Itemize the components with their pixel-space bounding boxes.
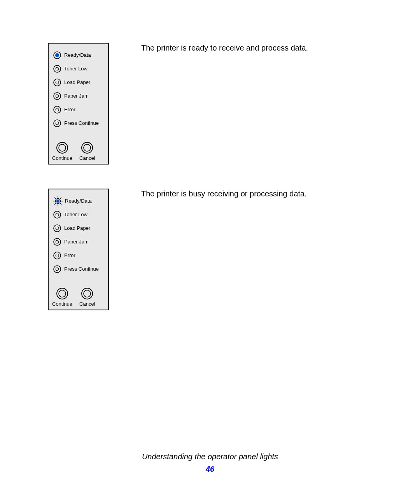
light-label-press-continue: Press Continue [64,266,99,272]
led-off-icon [53,252,61,259]
svg-point-11 [56,122,59,125]
light-row-press-continue: Press Continue [49,262,108,276]
led-off-icon [53,65,61,73]
svg-point-29 [56,227,59,230]
light-label-load-paper: Load Paper [64,79,90,85]
light-row-error: Error [49,248,108,262]
light-label-toner-low: Toner Low [64,212,88,217]
light-label-error: Error [64,107,75,112]
svg-point-9 [56,108,59,111]
panel-button-row: Continue Cancel [49,287,108,307]
led-off-icon [53,119,61,127]
led-off-icon [53,224,61,232]
svg-point-33 [56,254,59,257]
svg-point-34 [54,266,61,273]
svg-point-4 [54,79,61,86]
light-row-ready-data: Ready/Data [49,48,108,62]
light-label-paper-jam: Paper Jam [64,93,89,99]
page-content: Ready/Data Toner Low Load Paper Paper Ja… [0,0,420,504]
led-on-icon [53,51,61,59]
button-continue-group: Continue [52,287,72,307]
button-continue-label: Continue [52,301,72,307]
panel-button-row: Continue Cancel [49,142,108,161]
cancel-button-icon [81,287,93,300]
led-blinking-icon [51,196,65,206]
led-off-icon [53,211,61,219]
led-off-icon [53,79,61,86]
svg-point-6 [54,93,61,100]
svg-point-25 [56,200,60,203]
light-label-ready-data: Ready/Data [65,198,92,204]
svg-point-28 [54,225,61,232]
light-label-paper-jam: Paper Jam [64,239,89,245]
svg-point-2 [54,65,61,72]
button-cancel-group: Cancel [79,142,95,161]
svg-point-27 [56,213,59,216]
svg-point-3 [56,67,59,70]
svg-point-35 [56,268,59,271]
button-continue-label: Continue [52,155,72,161]
description-busy: The printer is busy receiving or process… [141,189,307,198]
svg-line-20 [54,198,56,199]
svg-point-30 [54,238,61,245]
light-label-toner-low: Toner Low [64,66,88,72]
cancel-button-icon [81,142,93,154]
page-number: 46 [0,465,420,474]
svg-point-26 [54,211,61,218]
operator-panel-busy: Ready/Data Toner Low Load Paper Paper Ja… [48,189,109,310]
light-row-toner-low: Toner Low [49,208,108,221]
svg-point-8 [54,106,61,113]
light-label-ready-data: Ready/Data [64,52,91,58]
led-off-icon [53,238,61,246]
continue-button-icon [56,287,68,300]
svg-point-32 [54,252,61,259]
light-row-load-paper: Load Paper [49,75,108,89]
continue-button-icon [56,142,68,154]
light-row-ready-data: Ready/Data [49,194,108,208]
svg-line-23 [60,203,61,205]
light-row-load-paper: Load Paper [49,221,108,235]
button-cancel-group: Cancel [79,287,95,307]
light-row-toner-low: Toner Low [49,62,108,75]
description-ready: The printer is ready to receive and proc… [141,44,308,52]
svg-line-22 [54,203,56,205]
svg-point-5 [56,81,59,84]
light-row-error: Error [49,103,108,116]
button-cancel-label: Cancel [79,301,95,307]
svg-point-1 [55,53,59,57]
light-label-error: Error [64,252,75,258]
svg-point-10 [54,120,61,127]
svg-point-31 [56,240,59,243]
svg-point-7 [56,94,59,98]
light-label-load-paper: Load Paper [64,225,90,231]
operator-panel-ready: Ready/Data Toner Low Load Paper Paper Ja… [48,43,109,164]
button-continue-group: Continue [52,142,72,161]
light-row-paper-jam: Paper Jam [49,235,108,248]
section-title: Understanding the operator panel lights [0,452,420,461]
light-label-press-continue: Press Continue [64,120,99,126]
svg-line-21 [60,198,61,199]
led-off-icon [53,106,61,114]
led-off-icon [53,265,61,273]
light-row-paper-jam: Paper Jam [49,89,108,103]
led-off-icon [53,92,61,100]
light-row-press-continue: Press Continue [49,116,108,130]
button-cancel-label: Cancel [79,155,95,161]
